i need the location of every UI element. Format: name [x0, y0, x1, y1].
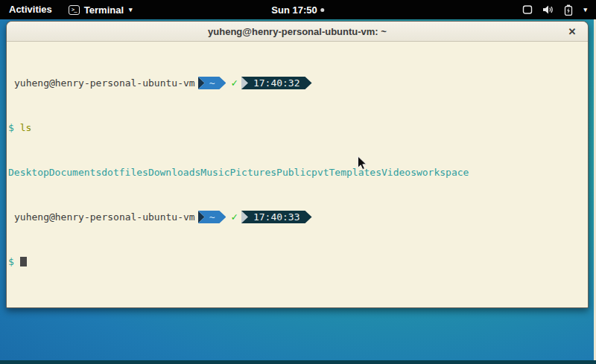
prompt-user: yuheng@henry-personal-ubuntu-vm — [14, 211, 195, 223]
prompt-time-segment: 17:40:32 — [241, 77, 312, 89]
prompt-line-2: yuheng@henry-personal-ubuntu-vm ~ ✓ 17:4… — [8, 211, 588, 223]
close-button[interactable]: ✕ — [564, 22, 580, 42]
desktop-bottom-strip — [0, 360, 596, 364]
app-menu-button[interactable]: >_ Terminal ▾ — [63, 0, 139, 19]
prompt-line-1: yuheng@henry-personal-ubuntu-vm ~ ✓ 17:4… — [8, 77, 588, 89]
terminal-window: yuheng@henry-personal-ubuntu-vm: ~ ✕ yuh… — [6, 21, 589, 308]
system-status-area[interactable]: ▾ — [522, 0, 592, 19]
prompt-symbol: $ — [8, 256, 14, 267]
prompt-cwd: ~ — [209, 211, 215, 223]
prompt-time: 17:40:32 — [253, 77, 300, 89]
input-line[interactable]: $ — [8, 256, 588, 267]
dir-item: workspace — [416, 167, 469, 178]
volume-icon — [542, 4, 554, 15]
prompt-cwd: ~ — [209, 77, 215, 89]
dir-item: Music — [200, 167, 229, 178]
dir-item: Videos — [381, 167, 416, 178]
command-line: $ ls — [8, 122, 588, 133]
window-titlebar[interactable]: yuheng@henry-personal-ubuntu-vm: ~ ✕ — [7, 22, 588, 42]
status-check-icon: ✓ — [231, 211, 237, 223]
app-menu-label: Terminal — [84, 4, 124, 16]
dir-item: Templates — [329, 167, 381, 178]
dir-item: pvt — [311, 167, 329, 178]
battery-charging-icon — [564, 4, 573, 16]
status-check-icon: ✓ — [231, 77, 237, 89]
chevron-down-icon: ▾ — [129, 6, 133, 13]
chevron-down-icon: ▾ — [583, 6, 587, 13]
terminal-app-icon: >_ — [69, 5, 80, 15]
prompt-time: 17:40:33 — [253, 211, 300, 223]
dir-item: dotfiles — [101, 167, 148, 178]
dir-item: Downloads — [148, 167, 200, 178]
dir-listing: Desktop Documents dotfiles Downloads Mus… — [8, 167, 588, 178]
dir-item: Documents — [49, 167, 101, 178]
prompt-user: yuheng@henry-personal-ubuntu-vm — [14, 77, 195, 89]
notification-dot-icon — [321, 8, 325, 12]
prompt-symbol: $ — [8, 122, 14, 133]
text-cursor — [20, 257, 27, 266]
gnome-top-bar: Activities >_ Terminal ▾ Sun 17:50 ▾ — [0, 0, 596, 19]
prompt-time-segment: 17:40:33 — [241, 211, 312, 223]
screen-icon — [522, 4, 533, 15]
dir-item: Public — [276, 167, 311, 178]
command-text: ls — [14, 122, 31, 133]
clock-label: Sun 17:50 — [271, 4, 317, 16]
terminal-content[interactable]: yuheng@henry-personal-ubuntu-vm ~ ✓ 17:4… — [7, 42, 588, 308]
window-title: yuheng@henry-personal-ubuntu-vm: ~ — [208, 26, 387, 37]
dir-item: Desktop — [8, 167, 49, 178]
dir-item: Pictures — [229, 167, 276, 178]
activities-button[interactable]: Activities — [0, 0, 63, 19]
clock-button[interactable]: Sun 17:50 — [271, 0, 324, 19]
